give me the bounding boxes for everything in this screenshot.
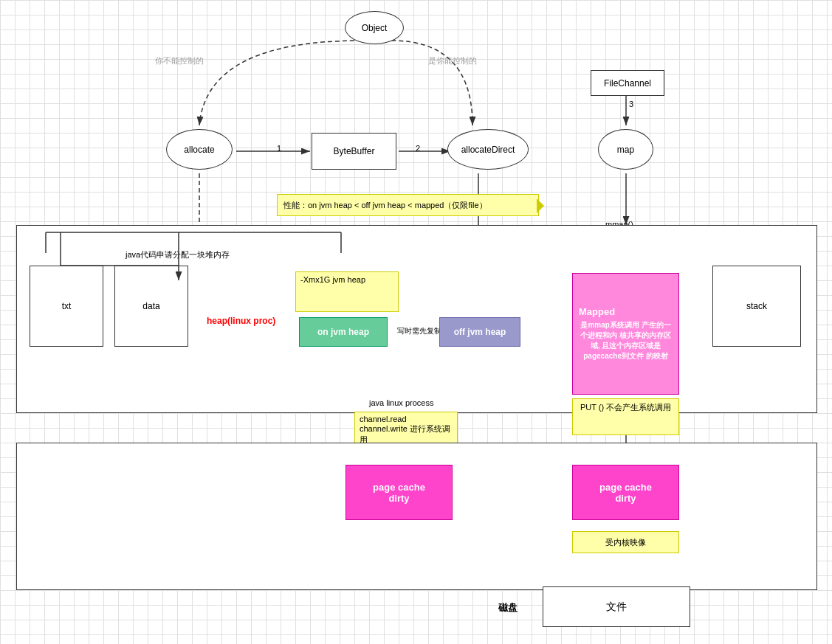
java-linux-process-label: java linux process (369, 398, 433, 407)
cannot-control-label: 你不能控制的 (155, 55, 204, 66)
diagram-canvas: Object 你不能控制的 是你能控制的 FileChannel 3 ByteB… (0, 0, 832, 644)
filechannel-node: FileChannel (591, 70, 664, 96)
mapped-desc: 是mmap系统调用 产生的一个进程和内 核共享的内存区域, 且这个内存区域是 p… (579, 320, 673, 361)
mapped-title: Mapped (579, 306, 615, 317)
allocate-node: allocate (166, 129, 233, 170)
can-control-label: 是你能控制的 (428, 55, 477, 66)
off-jvm-heap-node: off jvm heap (439, 317, 520, 347)
txt-node: txt (30, 266, 103, 347)
disk-label: 磁盘 (498, 601, 518, 614)
bytebuffer-node: ByteBuffer (312, 133, 396, 170)
channel-rw-note: channel.read channel.write 进行系统调用 (354, 412, 458, 447)
on-jvm-heap-node: on jvm heap (299, 317, 388, 347)
write-copy-label: 写时需先复制 (397, 326, 441, 336)
java-allocate-label: java代码申请分配一块堆内存 (126, 249, 230, 260)
object-label: Object (362, 23, 388, 33)
heap-linux-proc-label: heap(linux proc) (207, 316, 275, 326)
page-cache-dirty-2: page cache dirty (572, 465, 679, 520)
allocatedirect-node: allocateDirect (447, 129, 529, 170)
page-cache-dirty-1: page cache dirty (345, 465, 453, 520)
mapped-node: Mapped 是mmap系统调用 产生的一个进程和内 核共享的内存区域, 且这个… (572, 273, 679, 395)
map-node: map (598, 129, 653, 170)
num1-label: 1 (277, 144, 281, 153)
kernel-map-label: 受内核映像 (572, 531, 679, 553)
num2-label: 2 (416, 144, 420, 153)
performance-note: 性能：on jvm heap < off jvm heap < mapped（仅… (277, 194, 539, 216)
xmx-note: -Xmx1G jvm heap (295, 271, 399, 312)
file-node: 文件 (543, 586, 690, 627)
stack-node: stack (712, 266, 801, 347)
object-node: Object (345, 11, 404, 44)
data-node: data (114, 266, 188, 347)
put-note: PUT () 不会产生系统调用 (572, 398, 679, 435)
num3-label: 3 (629, 100, 633, 108)
